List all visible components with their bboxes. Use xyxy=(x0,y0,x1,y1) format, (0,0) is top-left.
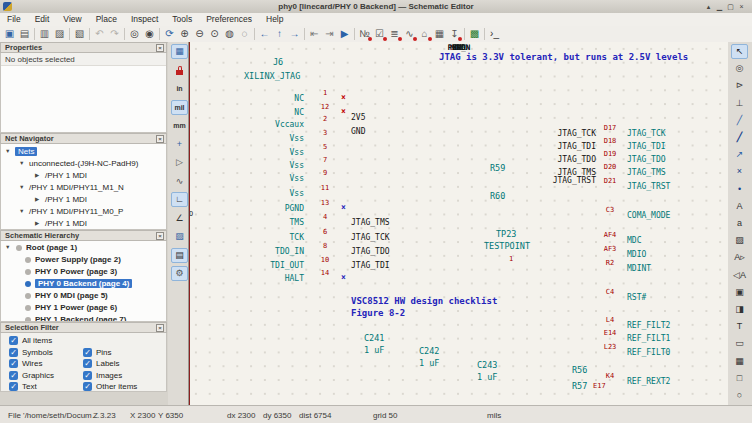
close-button[interactable]: × xyxy=(736,1,747,12)
net-tree-item[interactable]: unconnected-(J9H-NC-PadH9) xyxy=(29,159,138,168)
print-button[interactable]: ▥ xyxy=(37,27,52,41)
pin-name[interactable]: RST# xyxy=(627,293,646,302)
net-label-gnd[interactable]: GND xyxy=(351,127,365,136)
find-button[interactable]: ◎ xyxy=(127,27,142,41)
menu-item-help[interactable]: Help xyxy=(259,13,290,26)
schematic-canvas[interactable]: DJTAG is 3.3V tolerant, but runs at 2.5V… xyxy=(188,42,730,405)
place-table-button[interactable]: ▦ xyxy=(731,354,748,369)
show-hidden-pins-button[interactable]: ▷ xyxy=(171,155,188,170)
note-checklist[interactable]: VSC8512 HW design checklist xyxy=(351,296,497,306)
pin-name[interactable]: JTAG_TDI xyxy=(627,142,666,151)
component-value[interactable]: 1 uF xyxy=(364,346,384,355)
filter-checkbox-other-items[interactable]: ✓ xyxy=(83,382,92,391)
net-tree-item[interactable]: /PHY 1 MDI xyxy=(45,219,87,228)
zoom-to-objects-button[interactable]: ◍ xyxy=(222,27,237,41)
save-button[interactable]: ▣ xyxy=(2,27,17,41)
pin-name[interactable]: NC xyxy=(294,108,304,117)
export-netlist-button[interactable]: ↧ xyxy=(447,27,462,41)
close-icon[interactable]: × xyxy=(156,44,164,52)
pin-name[interactable]: Vss xyxy=(290,174,304,183)
units-inches-button[interactable]: in xyxy=(171,81,188,96)
net-label[interactable]: JTAG_TCK xyxy=(351,233,390,242)
pin-name[interactable]: MDINT xyxy=(627,264,651,273)
pin-name[interactable]: REF_REXT2 xyxy=(627,377,670,386)
component-value[interactable]: 1 uF xyxy=(419,359,439,368)
draw-circle-button[interactable]: ○ xyxy=(731,388,748,403)
place-hierarchical-label-button[interactable]: ◁A xyxy=(731,268,748,283)
pin-name[interactable]: TCK xyxy=(290,233,304,242)
net-label[interactable]: JTAG_TMS xyxy=(351,218,390,227)
filter-checkbox-text[interactable]: ✓ xyxy=(9,382,18,391)
pin-name[interactable]: Vss xyxy=(290,189,304,198)
pin-name[interactable]: Vss xyxy=(290,148,304,157)
component-reference[interactable]: R59 xyxy=(490,164,505,173)
component-reference[interactable]: C242 xyxy=(419,347,439,356)
pin-name[interactable]: NC xyxy=(294,94,304,103)
pin-name[interactable]: Vccaux xyxy=(275,120,304,129)
hierarchy-sheet-item[interactable]: PHY 0 Backend (page 4) xyxy=(35,279,132,288)
open-pcb-editor-button[interactable]: ▩ xyxy=(467,27,482,41)
pin-name[interactable]: TDI_OUT xyxy=(270,261,304,270)
filter-checkbox-labels[interactable]: ✓ xyxy=(83,359,92,368)
crosshair-style-button[interactable]: + xyxy=(171,137,188,152)
leave-sheet-button[interactable]: ⇤ xyxy=(307,27,322,41)
pin-name[interactable]: REF_FILT0 xyxy=(627,348,670,357)
menu-item-tools[interactable]: Tools xyxy=(165,13,199,26)
tree-expander-icon[interactable]: ▶ xyxy=(35,172,39,178)
pin-name[interactable]: JTAG_TCK xyxy=(627,129,666,138)
snap-to-grid-lock-button[interactable] xyxy=(171,63,188,78)
zoom-to-selection-button[interactable]: ◌ xyxy=(237,27,252,41)
component-value[interactable]: 1 uF xyxy=(477,373,497,382)
filter-checkbox-all-items[interactable]: ✓ xyxy=(9,336,18,345)
filter-checkbox-wires[interactable]: ✓ xyxy=(9,359,18,368)
net-navigator-panel-header[interactable]: Net Navigator × xyxy=(0,133,167,144)
zoom-to-fit-button[interactable]: ⊙ xyxy=(207,27,222,41)
selection-filter-panel-header[interactable]: Selection Filter × xyxy=(0,322,167,333)
tree-expander-icon[interactable]: ▼ xyxy=(5,244,10,250)
place-junction-button[interactable]: • xyxy=(731,182,748,197)
place-text-button[interactable]: T xyxy=(731,319,748,334)
tree-expander-icon[interactable]: ▶ xyxy=(35,196,39,202)
symbol-fields-table-button[interactable]: ▦ xyxy=(432,27,447,41)
net-tree-item[interactable]: Nets xyxy=(15,147,37,156)
hierarchy-sheet-item[interactable]: PHY 0 MDI (page 5) xyxy=(35,291,108,300)
place-power-port-button[interactable]: ⊥ xyxy=(731,96,748,111)
net-label[interactable]: JTAG_TDO xyxy=(351,247,390,256)
pin-name[interactable]: JTAG_TMS xyxy=(627,168,666,177)
component-value[interactable]: TESTPOINT xyxy=(484,242,530,251)
menu-item-preferences[interactable]: Preferences xyxy=(199,13,259,26)
hierarchy-sheet-item[interactable]: Power Supply (page 2) xyxy=(35,255,121,264)
net-label[interactable]: JTAG_TDO xyxy=(557,155,596,164)
tree-expander-icon[interactable]: ▼ xyxy=(19,208,24,214)
simulator-button[interactable]: ∿ xyxy=(402,27,417,41)
title-bar[interactable]: phy0 [linecard/PHY 0 Backend] — Schemati… xyxy=(0,0,752,14)
component-reference[interactable]: TP23 xyxy=(496,230,516,239)
tree-expander-icon[interactable]: ▼ xyxy=(19,160,24,166)
pin-name[interactable]: MDIO xyxy=(627,250,646,259)
menu-item-place[interactable]: Place xyxy=(89,13,124,26)
component-reference[interactable]: J6 xyxy=(273,58,283,67)
highlight-net-tool-button[interactable]: ◎ xyxy=(731,61,748,76)
any-angle-wire-mode-button[interactable]: ∠ xyxy=(171,211,188,226)
pin-name[interactable]: REF_FILT1 xyxy=(627,334,670,343)
paste-button[interactable]: ▧ xyxy=(72,27,87,41)
filter-checkbox-images[interactable]: ✓ xyxy=(83,371,92,380)
menu-item-view[interactable]: View xyxy=(56,13,88,26)
note-jtag[interactable]: JTAG is 3.3V tolerant, but runs at 2.5V … xyxy=(439,52,688,62)
shade-button[interactable]: ▴ xyxy=(703,1,714,12)
minimize-button[interactable]: ▁ xyxy=(714,1,725,12)
hv-wire-mode-button[interactable]: ∟ xyxy=(171,192,188,207)
properties-panel-header[interactable]: Properties × xyxy=(0,42,167,53)
draw-wire-button[interactable]: ╱ xyxy=(731,113,748,128)
maximize-button[interactable]: ▢ xyxy=(725,1,736,12)
select-tool-button[interactable]: ↖ xyxy=(731,44,748,59)
pin-name[interactable]: JTAG_TDO xyxy=(627,155,666,164)
plot-button[interactable]: ▨ xyxy=(52,27,67,41)
pin-name[interactable]: Vss xyxy=(290,161,304,170)
pin-name[interactable]: HALT xyxy=(285,274,304,283)
net-label[interactable]: JTAG_TDI xyxy=(557,142,596,151)
place-sheet-pin-button[interactable]: ◨ xyxy=(731,302,748,317)
find-and-replace-button[interactable]: ◉ xyxy=(142,27,157,41)
annotate-symbols-button[interactable]: № xyxy=(357,27,372,41)
net-tree-item[interactable]: /PHY 1 MDI xyxy=(45,171,87,180)
